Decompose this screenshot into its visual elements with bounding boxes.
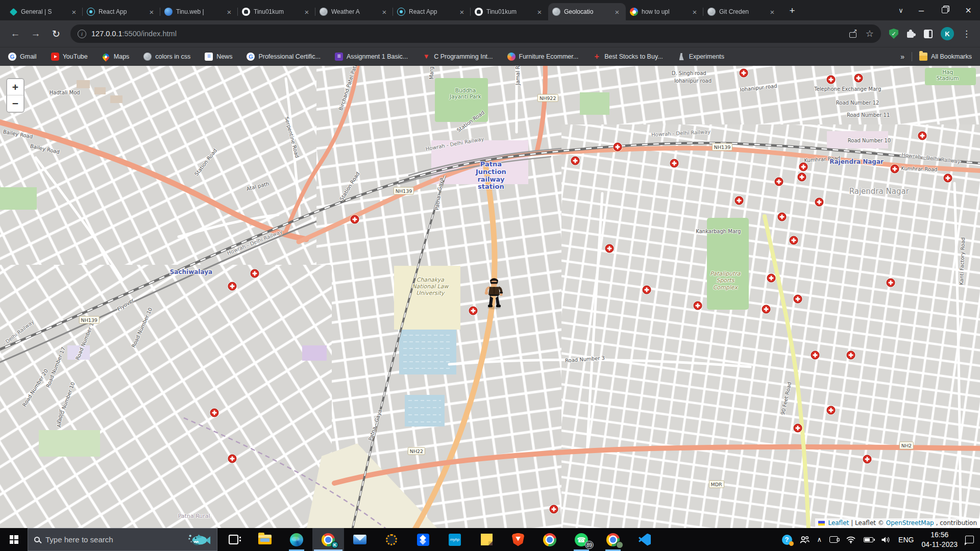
- poi-marker[interactable]: [762, 305, 771, 313]
- taskbar-myhp-icon[interactable]: [439, 528, 471, 551]
- tab-close-icon[interactable]: [768, 7, 777, 16]
- poi-marker[interactable]: [613, 143, 622, 152]
- bookmark-item[interactable]: Professional Certific...: [247, 53, 321, 61]
- poi-marker[interactable]: [918, 131, 926, 140]
- taskbar-file-explorer-icon[interactable]: [249, 528, 281, 551]
- poi-marker[interactable]: [799, 163, 808, 171]
- poi-marker[interactable]: [670, 159, 678, 168]
- poi-marker[interactable]: [793, 424, 802, 433]
- extensions-puzzle-icon[interactable]: [906, 29, 916, 38]
- poi-marker[interactable]: [740, 69, 748, 78]
- poi-marker[interactable]: [846, 351, 855, 360]
- taskbar-cortana-icon[interactable]: [376, 528, 407, 551]
- profile-avatar[interactable]: K: [941, 27, 954, 40]
- taskbar-vscode-icon[interactable]: [629, 528, 660, 551]
- tab-close-icon[interactable]: [457, 7, 467, 16]
- browser-tab[interactable]: Weather A: [315, 3, 393, 20]
- url-bar[interactable]: 127.0.0.1:5500/index.html: [70, 24, 881, 43]
- taskbar-chrome-icon[interactable]: [534, 528, 566, 551]
- poi-marker[interactable]: [228, 282, 237, 291]
- language-indicator[interactable]: ENG: [898, 536, 914, 544]
- adblock-shield-icon[interactable]: [889, 29, 898, 39]
- poi-marker[interactable]: [734, 196, 743, 205]
- poi-marker[interactable]: [790, 236, 798, 245]
- poi-marker[interactable]: [643, 285, 651, 294]
- poi-marker[interactable]: [827, 76, 836, 84]
- tab-close-icon[interactable]: [380, 7, 389, 16]
- taskbar-whatsapp-icon[interactable]: 89: [566, 528, 597, 551]
- bookmark-item[interactable]: Experiments: [677, 53, 724, 61]
- bookmark-item[interactable]: Maps: [102, 53, 130, 61]
- poi-marker[interactable]: [775, 177, 783, 186]
- poi-marker[interactable]: [827, 406, 836, 414]
- new-tab-button[interactable]: [785, 4, 799, 18]
- share-icon[interactable]: [848, 29, 857, 38]
- all-bookmarks-button[interactable]: All Bookmarks: [919, 53, 972, 61]
- back-button[interactable]: [6, 24, 24, 43]
- wifi-icon[interactable]: [846, 536, 856, 543]
- taskbar-brave-icon[interactable]: [502, 528, 534, 551]
- poi-marker[interactable]: [815, 198, 824, 207]
- browser-tab[interactable]: Geolocatio: [548, 3, 626, 20]
- leaflet-link[interactable]: Leaflet: [828, 519, 849, 527]
- taskbar-dropbox-icon[interactable]: [407, 528, 439, 551]
- taskbar-clock[interactable]: 16:56 04-11-2023: [921, 530, 958, 548]
- start-button[interactable]: [0, 528, 28, 551]
- restore-button[interactable]: [933, 0, 957, 20]
- poi-marker[interactable]: [251, 269, 259, 278]
- tab-search-chevron-icon[interactable]: [892, 7, 910, 14]
- browser-tab[interactable]: Git Creden: [703, 3, 781, 20]
- poi-marker[interactable]: [351, 215, 359, 223]
- tab-close-icon[interactable]: [690, 7, 699, 16]
- poi-marker[interactable]: [210, 408, 219, 417]
- tab-close-icon[interactable]: [225, 7, 234, 16]
- bookmark-item[interactable]: C Programming Int...: [422, 53, 493, 61]
- poi-marker[interactable]: [571, 156, 580, 165]
- zoom-in-button[interactable]: +: [7, 79, 23, 95]
- poi-marker[interactable]: [854, 73, 863, 82]
- bookmark-item[interactable]: Gmail: [8, 53, 37, 61]
- zoom-out-button[interactable]: −: [7, 95, 23, 112]
- character-marker[interactable]: [484, 277, 504, 312]
- tab-close-icon[interactable]: [535, 7, 544, 16]
- poi-marker[interactable]: [767, 273, 776, 282]
- battery-icon[interactable]: [864, 537, 873, 542]
- get-help-icon[interactable]: [782, 535, 792, 545]
- bookmark-item[interactable]: Best Stocks to Buy...: [593, 53, 663, 61]
- volume-icon[interactable]: [881, 536, 891, 544]
- taskbar-search-box[interactable]: [28, 528, 217, 551]
- close-window-button[interactable]: [957, 0, 980, 20]
- site-info-icon[interactable]: [78, 30, 86, 38]
- taskbar-chrome-profile-k-icon[interactable]: K: [312, 528, 344, 551]
- browser-tab[interactable]: Tinu.web |: [160, 3, 238, 20]
- tab-close-icon[interactable]: [302, 7, 311, 16]
- browser-tab[interactable]: how to upl: [626, 3, 703, 20]
- poi-marker[interactable]: [797, 173, 806, 182]
- browser-menu-icon[interactable]: [962, 29, 971, 39]
- taskbar-mail-icon[interactable]: [344, 528, 376, 551]
- minimize-button[interactable]: [910, 0, 933, 20]
- people-icon[interactable]: [800, 536, 810, 544]
- taskbar-sticky-notes-icon[interactable]: [471, 528, 502, 551]
- poi-marker[interactable]: [793, 294, 802, 303]
- poi-marker[interactable]: [605, 244, 614, 253]
- poi-marker[interactable]: [469, 307, 478, 315]
- action-center-icon[interactable]: [965, 536, 974, 543]
- poi-marker[interactable]: [228, 455, 237, 463]
- bookmark-item[interactable]: News: [205, 53, 232, 61]
- poi-marker[interactable]: [890, 165, 899, 173]
- poi-marker[interactable]: [863, 455, 872, 464]
- bookmark-item[interactable]: Furniture Ecommer...: [507, 53, 579, 61]
- reload-button[interactable]: [47, 24, 65, 43]
- leaflet-map[interactable]: Hadtali ModBailey RoadBailey RoadSerpent…: [0, 66, 980, 528]
- browser-tab[interactable]: React App: [83, 3, 160, 20]
- bookmark-item[interactable]: colors in css: [143, 53, 190, 61]
- poi-marker[interactable]: [778, 213, 787, 221]
- osm-link[interactable]: OpenStreetMap: [886, 519, 934, 527]
- taskbar-chrome-profile-2-icon[interactable]: [597, 528, 629, 551]
- poi-marker[interactable]: [549, 505, 558, 513]
- browser-tab[interactable]: React App: [393, 3, 471, 20]
- poi-marker[interactable]: [887, 278, 895, 287]
- taskbar-task-view-icon[interactable]: [217, 528, 249, 551]
- extension-square-icon[interactable]: [924, 30, 933, 38]
